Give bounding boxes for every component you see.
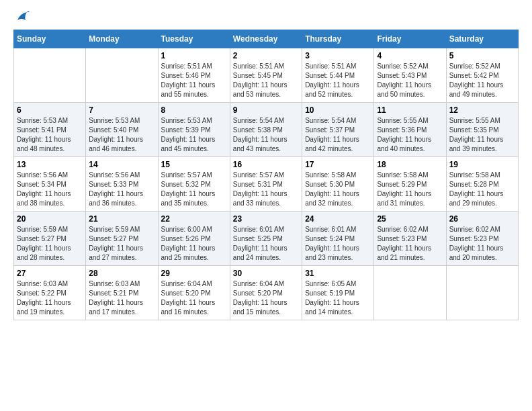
day-info: Sunrise: 5:57 AM Sunset: 5:31 PM Dayligh… [233,171,299,208]
day-number: 8 [161,105,227,115]
logo [13,13,30,23]
day-info: Sunrise: 6:01 AM Sunset: 5:24 PM Dayligh… [305,225,371,263]
calendar-week-row: 6Sunrise: 5:53 AM Sunset: 5:41 PM Daylig… [14,103,519,157]
calendar-cell: 8Sunrise: 5:53 AM Sunset: 5:39 PM Daylig… [158,103,230,157]
day-header-saturday: Saturday [446,30,518,48]
calendar-cell: 4Sunrise: 5:52 AM Sunset: 5:43 PM Daylig… [374,48,446,103]
day-header-friday: Friday [374,30,446,48]
calendar-cell: 27Sunrise: 6:03 AM Sunset: 5:22 PM Dayli… [14,266,86,320]
day-info: Sunrise: 5:51 AM Sunset: 5:45 PM Dayligh… [233,62,299,99]
calendar-cell: 9Sunrise: 5:54 AM Sunset: 5:38 PM Daylig… [230,103,302,157]
calendar-cell: 29Sunrise: 6:04 AM Sunset: 5:20 PM Dayli… [158,266,230,320]
day-number: 12 [449,105,515,115]
calendar-cell: 6Sunrise: 5:53 AM Sunset: 5:41 PM Daylig… [14,103,86,157]
calendar-cell [374,266,446,320]
day-number: 29 [161,269,227,278]
day-info: Sunrise: 5:55 AM Sunset: 5:35 PM Dayligh… [449,116,515,154]
day-number: 31 [305,269,371,278]
day-info: Sunrise: 6:00 AM Sunset: 5:26 PM Dayligh… [161,225,227,263]
day-info: Sunrise: 6:05 AM Sunset: 5:19 PM Dayligh… [305,279,371,317]
day-info: Sunrise: 6:02 AM Sunset: 5:23 PM Dayligh… [377,225,443,263]
day-info: Sunrise: 5:58 AM Sunset: 5:30 PM Dayligh… [305,171,371,208]
calendar-cell: 1Sunrise: 5:51 AM Sunset: 5:46 PM Daylig… [158,48,230,103]
day-number: 10 [305,105,371,115]
day-number: 24 [305,214,371,224]
calendar-week-row: 20Sunrise: 5:59 AM Sunset: 5:27 PM Dayli… [14,212,519,266]
calendar-cell: 31Sunrise: 6:05 AM Sunset: 5:19 PM Dayli… [302,266,374,320]
day-info: Sunrise: 5:54 AM Sunset: 5:37 PM Dayligh… [305,116,371,154]
day-info: Sunrise: 6:01 AM Sunset: 5:25 PM Dayligh… [233,225,299,263]
day-header-monday: Monday [86,30,158,48]
day-number: 14 [89,160,154,169]
day-info: Sunrise: 5:56 AM Sunset: 5:34 PM Dayligh… [17,171,83,208]
day-info: Sunrise: 5:57 AM Sunset: 5:32 PM Dayligh… [161,171,227,208]
page-header [13,13,519,23]
calendar-cell: 12Sunrise: 5:55 AM Sunset: 5:35 PM Dayli… [446,103,518,157]
calendar-header-row: SundayMondayTuesdayWednesdayThursdayFrid… [14,30,519,48]
calendar-cell: 20Sunrise: 5:59 AM Sunset: 5:27 PM Dayli… [14,212,86,266]
calendar-cell: 7Sunrise: 5:53 AM Sunset: 5:40 PM Daylig… [86,103,158,157]
calendar-cell: 10Sunrise: 5:54 AM Sunset: 5:37 PM Dayli… [302,103,374,157]
day-number: 11 [377,105,443,115]
day-info: Sunrise: 5:55 AM Sunset: 5:36 PM Dayligh… [377,116,443,154]
day-number: 17 [305,160,371,169]
day-number: 13 [17,160,83,169]
calendar-cell: 22Sunrise: 6:00 AM Sunset: 5:26 PM Dayli… [158,212,230,266]
calendar-cell: 13Sunrise: 5:56 AM Sunset: 5:34 PM Dayli… [14,157,86,212]
day-number: 5 [449,51,515,60]
day-number: 22 [161,214,227,224]
calendar-cell: 21Sunrise: 5:59 AM Sunset: 5:27 PM Dayli… [86,212,158,266]
day-header-tuesday: Tuesday [158,30,230,48]
logo-bird-icon [15,11,30,23]
calendar-cell: 26Sunrise: 6:02 AM Sunset: 5:23 PM Dayli… [446,212,518,266]
calendar-cell: 28Sunrise: 6:03 AM Sunset: 5:21 PM Dayli… [86,266,158,320]
day-header-sunday: Sunday [14,30,86,48]
calendar-cell: 16Sunrise: 5:57 AM Sunset: 5:31 PM Dayli… [230,157,302,212]
calendar-cell: 5Sunrise: 5:52 AM Sunset: 5:42 PM Daylig… [446,48,518,103]
calendar-cell: 17Sunrise: 5:58 AM Sunset: 5:30 PM Dayli… [302,157,374,212]
day-info: Sunrise: 5:59 AM Sunset: 5:27 PM Dayligh… [17,225,83,263]
calendar-cell: 3Sunrise: 5:51 AM Sunset: 5:44 PM Daylig… [302,48,374,103]
day-info: Sunrise: 5:53 AM Sunset: 5:40 PM Dayligh… [89,116,154,154]
day-info: Sunrise: 5:58 AM Sunset: 5:29 PM Dayligh… [377,171,443,208]
day-number: 16 [233,160,299,169]
calendar-cell: 19Sunrise: 5:58 AM Sunset: 5:28 PM Dayli… [446,157,518,212]
calendar-week-row: 13Sunrise: 5:56 AM Sunset: 5:34 PM Dayli… [14,157,519,212]
day-info: Sunrise: 6:03 AM Sunset: 5:22 PM Dayligh… [17,279,83,317]
day-number: 28 [89,269,154,278]
calendar-cell: 30Sunrise: 6:04 AM Sunset: 5:20 PM Dayli… [230,266,302,320]
calendar-cell: 25Sunrise: 6:02 AM Sunset: 5:23 PM Dayli… [374,212,446,266]
calendar-cell: 15Sunrise: 5:57 AM Sunset: 5:32 PM Dayli… [158,157,230,212]
day-info: Sunrise: 5:54 AM Sunset: 5:38 PM Dayligh… [233,116,299,154]
day-number: 27 [17,269,83,278]
calendar-cell [86,48,158,103]
day-number: 2 [233,51,299,60]
day-number: 9 [233,105,299,115]
day-info: Sunrise: 5:53 AM Sunset: 5:39 PM Dayligh… [161,116,227,154]
day-number: 7 [89,105,154,115]
calendar-cell: 11Sunrise: 5:55 AM Sunset: 5:36 PM Dayli… [374,103,446,157]
day-number: 30 [233,269,299,278]
day-number: 4 [377,51,443,60]
day-info: Sunrise: 5:52 AM Sunset: 5:42 PM Dayligh… [449,62,515,99]
calendar-cell [446,266,518,320]
day-number: 15 [161,160,227,169]
day-info: Sunrise: 6:04 AM Sunset: 5:20 PM Dayligh… [161,279,227,317]
day-header-wednesday: Wednesday [230,30,302,48]
day-number: 23 [233,214,299,224]
calendar-week-row: 1Sunrise: 5:51 AM Sunset: 5:46 PM Daylig… [14,48,519,103]
calendar-cell: 24Sunrise: 6:01 AM Sunset: 5:24 PM Dayli… [302,212,374,266]
day-number: 3 [305,51,371,60]
calendar-cell [14,48,86,103]
calendar-cell: 23Sunrise: 6:01 AM Sunset: 5:25 PM Dayli… [230,212,302,266]
day-info: Sunrise: 6:02 AM Sunset: 5:23 PM Dayligh… [449,225,515,263]
day-info: Sunrise: 5:51 AM Sunset: 5:44 PM Dayligh… [305,62,371,99]
day-info: Sunrise: 6:04 AM Sunset: 5:20 PM Dayligh… [233,279,299,317]
day-info: Sunrise: 6:03 AM Sunset: 5:21 PM Dayligh… [89,279,154,317]
day-header-thursday: Thursday [302,30,374,48]
calendar-table: SundayMondayTuesdayWednesdayThursdayFrid… [13,30,519,320]
day-info: Sunrise: 5:58 AM Sunset: 5:28 PM Dayligh… [449,171,515,208]
calendar-week-row: 27Sunrise: 6:03 AM Sunset: 5:22 PM Dayli… [14,266,519,320]
day-number: 26 [449,214,515,224]
day-number: 25 [377,214,443,224]
